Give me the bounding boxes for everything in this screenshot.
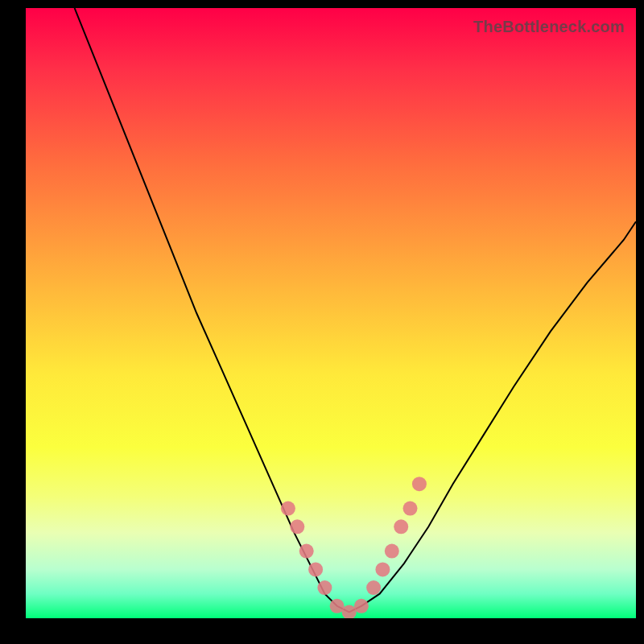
highlight-dot [375,562,390,576]
curve-path [75,8,636,612]
highlight-dot [290,519,304,534]
highlight-dot [403,502,418,516]
highlight-dot [354,599,369,613]
highlight-dot [394,519,408,534]
highlight-dot [412,477,427,491]
highlight-dot [317,580,332,595]
highlight-dot [385,544,399,559]
highlight-dot [299,544,314,559]
chart-frame: TheBottleneck.com [0,0,644,644]
chart-svg [26,8,636,618]
highlight-dot [366,580,381,595]
plot-area: TheBottleneck.com [26,8,636,618]
highlight-dot [308,562,323,576]
highlight-points [281,477,427,618]
highlight-dot [281,502,295,516]
